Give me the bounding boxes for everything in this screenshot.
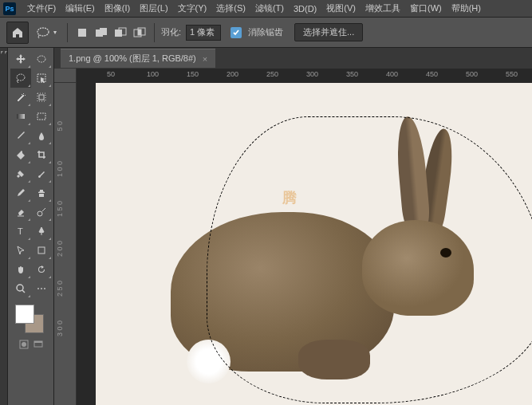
- home-icon: [11, 26, 24, 39]
- svg-point-21: [22, 342, 26, 347]
- menu-help[interactable]: 帮助(H): [447, 1, 486, 16]
- pen-tool[interactable]: [31, 222, 52, 241]
- home-button[interactable]: [6, 22, 29, 44]
- healing-tool[interactable]: [10, 164, 31, 183]
- menu-bar: Ps 文件(F) 编辑(E) 图像(I) 图层(L) 文字(Y) 选择(S) 滤…: [0, 0, 532, 18]
- marquee-rect-tool[interactable]: [31, 107, 52, 126]
- vertical-ruler[interactable]: 5 0 1 0 0 1 5 0 2 0 0 2 5 0 3 0 0: [54, 83, 77, 405]
- watermark: 腾: [282, 188, 297, 207]
- clone-stamp-tool[interactable]: [31, 183, 52, 202]
- feather-input[interactable]: [186, 25, 221, 41]
- quickmask-toggle[interactable]: [18, 338, 30, 351]
- svg-text:T: T: [18, 226, 23, 236]
- svg-point-10: [17, 74, 25, 81]
- rabbit-image: 腾: [139, 92, 490, 395]
- frame-tool[interactable]: [31, 88, 52, 107]
- menu-type[interactable]: 文字(Y): [173, 1, 212, 16]
- svg-rect-18: [38, 247, 45, 254]
- ruler-corner: [54, 69, 77, 83]
- svg-rect-15: [37, 113, 45, 120]
- tab-title: 1.png @ 100% (图层 1, RGB/8#): [69, 53, 196, 65]
- type-tool[interactable]: T: [10, 222, 31, 241]
- foreground-color[interactable]: [15, 305, 34, 324]
- svg-rect-1: [78, 29, 86, 37]
- antialias-checkbox[interactable]: [231, 27, 242, 38]
- smudge-tool[interactable]: [31, 126, 52, 145]
- rotate-tool[interactable]: [31, 260, 52, 279]
- app-logo: Ps: [3, 2, 16, 15]
- menu-layer[interactable]: 图层(L): [135, 1, 172, 16]
- menu-view[interactable]: 视图(V): [321, 1, 361, 16]
- tab-close-button[interactable]: ×: [203, 54, 207, 64]
- toolbox: T ⋯: [8, 48, 54, 405]
- eyedropper-tool[interactable]: [10, 126, 31, 145]
- menu-plugins[interactable]: 增效工具: [361, 1, 405, 16]
- options-bar: ▾ 羽化: 消除锯齿 选择并遮住...: [0, 18, 532, 48]
- screenmode-toggle[interactable]: [32, 338, 45, 351]
- image-content: 腾: [96, 83, 532, 405]
- document-tab[interactable]: 1.png @ 100% (图层 1, RGB/8#) ×: [61, 49, 215, 68]
- selection-intersect[interactable]: [132, 25, 148, 41]
- selection-add[interactable]: [93, 25, 109, 41]
- divider: [154, 23, 155, 42]
- workspace: T ⋯ 1.png @ 100% (图层 1, RGB/8#) ×: [0, 48, 532, 405]
- shape-tool[interactable]: [31, 241, 52, 260]
- svg-rect-14: [17, 114, 25, 119]
- menu-select[interactable]: 选择(S): [211, 1, 250, 16]
- canvas[interactable]: 腾: [77, 83, 532, 405]
- marquee-tool[interactable]: [31, 49, 52, 69]
- lasso-tool[interactable]: [10, 69, 31, 88]
- svg-point-19: [17, 285, 23, 291]
- crop-tool[interactable]: [31, 145, 52, 164]
- hand-tool[interactable]: [10, 260, 31, 279]
- tool-preset-picker[interactable]: ▾: [32, 22, 61, 44]
- antialias-label: 消除锯齿: [248, 26, 283, 38]
- selection-new[interactable]: [74, 25, 90, 41]
- svg-rect-13: [39, 95, 44, 100]
- object-select-tool[interactable]: [31, 69, 52, 88]
- magic-wand-tool[interactable]: [10, 88, 31, 107]
- divider: [67, 23, 68, 42]
- canvas-area: 1.png @ 100% (图层 1, RGB/8#) × 50 100 150…: [54, 48, 532, 405]
- menu-window[interactable]: 窗口(W): [405, 1, 447, 16]
- svg-rect-23: [34, 341, 42, 343]
- collapse-strip[interactable]: [0, 48, 8, 405]
- edit-toolbar[interactable]: ⋯: [31, 279, 52, 298]
- eraser-tool[interactable]: [10, 202, 31, 222]
- svg-rect-8: [138, 29, 141, 35]
- svg-point-16: [37, 211, 42, 216]
- svg-point-0: [37, 28, 49, 36]
- pencil-tool[interactable]: [10, 183, 31, 202]
- paint-bucket-tool[interactable]: [10, 145, 31, 164]
- path-select-tool[interactable]: [10, 241, 31, 260]
- selection-subtract[interactable]: [112, 25, 128, 41]
- zoom-tool[interactable]: [10, 279, 31, 298]
- move-tool[interactable]: [10, 49, 31, 69]
- feather-label: 羽化:: [161, 26, 181, 38]
- color-swatches[interactable]: [15, 305, 47, 336]
- select-and-mask-button[interactable]: 选择并遮住...: [294, 23, 363, 41]
- gradient-tool[interactable]: [10, 107, 31, 126]
- svg-point-9: [37, 56, 45, 62]
- dodge-tool[interactable]: [31, 202, 52, 222]
- svg-rect-3: [100, 28, 107, 35]
- document-tab-bar: 1.png @ 100% (图层 1, RGB/8#) ×: [54, 48, 532, 69]
- menu-image[interactable]: 图像(I): [100, 1, 135, 16]
- brush-tool[interactable]: [31, 164, 52, 183]
- lasso-icon: [36, 26, 52, 39]
- chevron-icon: [1, 51, 7, 57]
- menu-file[interactable]: 文件(F): [22, 1, 61, 16]
- check-icon: [232, 29, 240, 37]
- menu-filter[interactable]: 滤镜(T): [250, 1, 289, 16]
- menu-3d[interactable]: 3D(D): [289, 2, 321, 15]
- menu-edit[interactable]: 编辑(E): [61, 1, 100, 16]
